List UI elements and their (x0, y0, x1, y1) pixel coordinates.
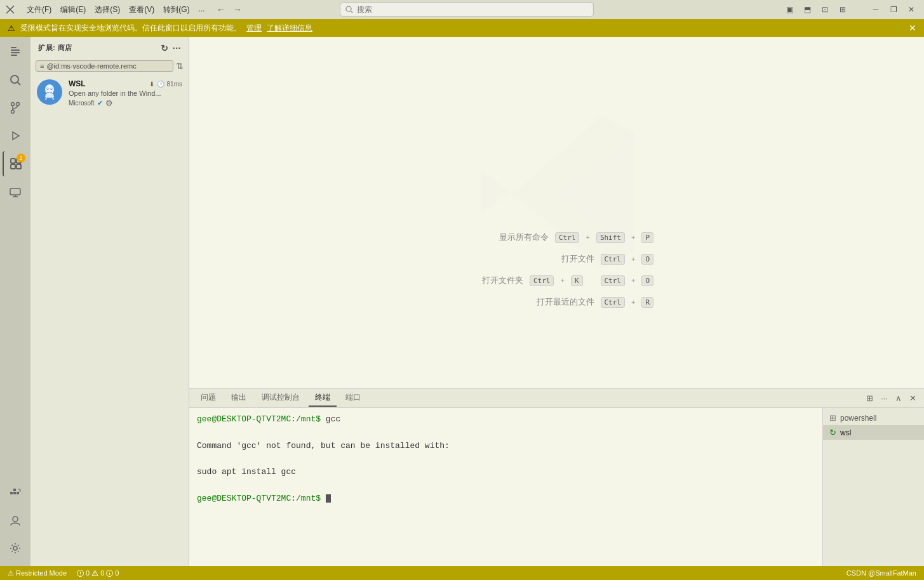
svg-rect-12 (11, 159, 15, 163)
panel-tab-actions: ⊞ ··· ∧ ✕ (864, 392, 919, 404)
terminal-instance-wsl[interactable]: ↻ wsl (823, 425, 924, 440)
tab-problems[interactable]: 问题 (194, 390, 222, 407)
menu-goto[interactable]: 转到(G) (159, 3, 193, 16)
kbd-ctrl5: Ctrl (601, 297, 626, 308)
terminal-line-1: gee@DESKTOP-QTVT2MC:/mnt$ gcc (197, 413, 815, 426)
svg-point-23 (13, 517, 18, 522)
filter-icon: ≡ (40, 62, 44, 70)
svg-point-37 (95, 574, 95, 575)
svg-rect-20 (13, 492, 16, 494)
extension-icon (37, 79, 62, 105)
customize-layout-button[interactable]: ⊞ (835, 3, 850, 16)
menu-edit[interactable]: 编辑(E) (57, 3, 90, 16)
activity-item-settings[interactable] (3, 536, 28, 561)
terminal-line-blank1 (197, 426, 815, 440)
svg-line-30 (46, 97, 46, 100)
errors-status[interactable]: 0 0 0 (74, 569, 121, 577)
tab-ports[interactable]: 端口 (339, 390, 367, 407)
menu-select[interactable]: 选择(S) (91, 3, 124, 16)
terminal-output[interactable]: gee@DESKTOP-QTVT2MC:/mnt$ gcc Command 'g… (189, 408, 822, 566)
panel-maximize-button[interactable]: ∧ (893, 392, 904, 404)
activity-item-account[interactable] (3, 508, 28, 533)
tab-output[interactable]: 输出 (225, 390, 253, 407)
restricted-bar-close-button[interactable]: ✕ (909, 23, 916, 33)
panel-layout-button[interactable]: ⊞ (864, 392, 876, 404)
shortcut-label-commands: 显示所有命令 (485, 232, 549, 243)
minimize-button[interactable]: ─ (868, 3, 883, 16)
nav-back-button[interactable]: ← (217, 4, 225, 15)
extension-info: WSL ⬇ 🕐 81ms Open any folder in the Wind… (69, 79, 182, 108)
menu-more[interactable]: ... (195, 3, 209, 16)
shortcut-row-open-file: 打开文件 Ctrl + O (460, 253, 653, 265)
svg-line-7 (18, 82, 21, 86)
activity-item-search[interactable] (3, 67, 28, 93)
download-icon: ⬇ (149, 81, 154, 88)
kbd-sep: + (586, 234, 589, 241)
search-input[interactable] (357, 5, 588, 14)
activity-item-source-control[interactable] (3, 95, 28, 121)
info-count: 0 (115, 569, 119, 577)
svg-rect-22 (17, 492, 19, 494)
extension-gear-button[interactable]: ⚙ (105, 98, 113, 108)
activity-item-extensions[interactable]: 2 (3, 151, 28, 176)
svg-rect-19 (10, 492, 13, 494)
layout-options-button[interactable]: ⊡ (817, 3, 833, 16)
activity-bar: 2 (0, 37, 30, 566)
restricted-mode-status[interactable]: ⚠ Restricted Mode (5, 569, 69, 577)
restricted-mode-bar: ⚠ 受限模式旨在实现安全地浏览代码。信任此窗口以启用所有功能。 管理 了解详细信… (0, 19, 924, 37)
title-bar: 文件(F) 编辑(E) 选择(S) 查看(V) 转到(G) ... ← → ▣ … (0, 0, 924, 19)
warning-icon (91, 570, 98, 577)
kbd-o: O (641, 254, 653, 265)
kbd-r: R (641, 297, 653, 308)
extension-item-wsl[interactable]: WSL ⬇ 🕐 81ms Open any folder in the Wind… (30, 74, 189, 113)
extension-name: WSL (69, 79, 86, 88)
activity-item-remote-explorer[interactable] (3, 179, 28, 204)
svg-line-1 (351, 11, 352, 13)
restricted-learn-link[interactable]: 了解详细信息 (267, 23, 312, 34)
kbd-o2: O (641, 275, 653, 286)
close-button[interactable]: ✕ (904, 3, 919, 16)
restore-button[interactable]: ❐ (886, 3, 901, 16)
restricted-bar-text: 受限模式旨在实现安全地浏览代码。信任此窗口以启用所有功能。 (20, 23, 241, 34)
panel-toggle-button[interactable]: ⬒ (800, 3, 815, 16)
shortcut-row-open-folder: 打开文件夹 Ctrl + K Ctrl + O (460, 275, 653, 286)
menu-file[interactable]: 文件(F) (23, 3, 55, 16)
terminal-instance-powershell[interactable]: ⊞ powershell (823, 411, 924, 425)
activity-item-explorer[interactable] (3, 39, 28, 65)
svg-point-8 (11, 103, 15, 106)
terminal-line-blank3 (197, 479, 815, 492)
terminal-line-3: sudo apt install gcc (197, 466, 815, 479)
sidebar: 扩展: 商店 ↻ ··· ≡ ⇅ (30, 37, 189, 566)
activity-bar-bottom (3, 480, 28, 566)
search-icon (345, 6, 353, 13)
csdn-text: CSDN @SmallFatMan (847, 569, 916, 577)
svg-rect-14 (11, 164, 15, 169)
menu-view[interactable]: 查看(V) (125, 3, 158, 16)
tab-terminal[interactable]: 终端 (309, 390, 337, 407)
activity-item-docker[interactable] (3, 480, 28, 505)
activity-item-run[interactable] (3, 123, 28, 148)
svg-point-0 (346, 6, 351, 11)
extension-filter-input[interactable] (46, 62, 169, 70)
shortcut-label-open-folder: 打开文件夹 (460, 275, 523, 286)
sidebar-toggle-button[interactable]: ▣ (782, 3, 797, 16)
nav-forward-button[interactable]: → (233, 4, 242, 15)
restricted-warning-icon: ⚠ (8, 23, 15, 33)
panel-close-button[interactable]: ✕ (907, 392, 919, 404)
tab-debug-console[interactable]: 调试控制台 (255, 390, 306, 407)
extension-publisher-row: Microsoft ✔ ⚙ (69, 98, 182, 108)
filter-input-wrap: ≡ (36, 60, 173, 72)
info-icon (106, 570, 113, 577)
shortcut-label-recent: 打开最近的文件 (531, 296, 594, 308)
extensions-badge: 2 (17, 154, 25, 162)
svg-point-28 (47, 88, 48, 89)
restricted-mode-warning-icon: ⚠ (8, 569, 14, 577)
window-controls: ▣ ⬒ ⊡ ⊞ ─ ❐ ✕ (782, 3, 919, 16)
sidebar-header: 扩展: 商店 ↻ ··· (30, 37, 189, 59)
shortcut-row-recent: 打开最近的文件 Ctrl + R (460, 296, 653, 308)
refresh-extensions-button[interactable]: ↻ (161, 43, 169, 53)
more-actions-button[interactable]: ··· (173, 43, 181, 53)
panel-more-button[interactable]: ··· (878, 392, 890, 404)
restricted-manage-link[interactable]: 管理 (246, 23, 262, 34)
sort-icon[interactable]: ⇅ (176, 61, 184, 71)
